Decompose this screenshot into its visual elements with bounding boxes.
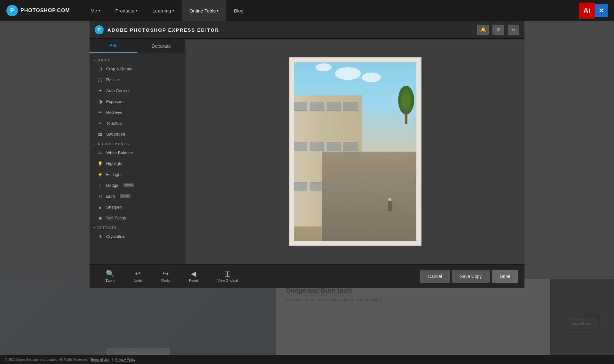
redo-button[interactable]: ↪ Redo bbox=[152, 265, 179, 289]
tool-crystallize[interactable]: ❄ Crystallize bbox=[90, 231, 185, 242]
reset-icon: ◀ bbox=[191, 270, 196, 277]
redo-icon: ↪ bbox=[163, 270, 169, 277]
zoom-label: Zoom bbox=[106, 279, 114, 282]
undo-icon: ↩ bbox=[135, 270, 141, 277]
editor-title: ADOBE PHOTOSHOP EXPRESS EDITOR bbox=[107, 27, 473, 33]
save-copy-button[interactable]: Save Copy bbox=[452, 270, 489, 283]
tool-exposure[interactable]: ◑ Exposure bbox=[90, 96, 185, 107]
bell-button[interactable]: 🔔 bbox=[477, 25, 489, 35]
auto-correct-icon: ✦ bbox=[97, 88, 103, 93]
dodge-beta-badge: BETA bbox=[123, 183, 134, 187]
tool-label-soft-focus: Soft Focus bbox=[106, 216, 126, 220]
photoshop-logo-icon: P bbox=[6, 5, 18, 16]
dodge-icon: ○ bbox=[97, 182, 103, 188]
burn-beta-badge: BETA bbox=[120, 194, 130, 198]
window bbox=[310, 142, 324, 151]
nav-arrow-learning: ▾ bbox=[172, 9, 174, 12]
window bbox=[310, 102, 324, 111]
top-nav: P PHOTOSHOP.COM Me ▾ Products ▾ Learning… bbox=[0, 0, 614, 21]
undo-button[interactable]: ↩ Undo bbox=[124, 265, 152, 289]
footer-separator: | bbox=[112, 358, 113, 361]
footer: © 2010 Adobe Systems Incorporated. All R… bbox=[0, 355, 614, 364]
view-original-button[interactable]: ◫ View Original bbox=[208, 265, 248, 289]
white-balance-icon: ⚖ bbox=[97, 150, 103, 155]
window bbox=[327, 142, 341, 151]
tree-foliage bbox=[398, 86, 414, 115]
effects-arrow-icon: ▾ bbox=[93, 226, 95, 230]
site-name: PHOTOSHOP.COM bbox=[20, 8, 70, 13]
cancel-button[interactable]: Cancel bbox=[420, 270, 450, 283]
tool-saturation[interactable]: ▦ Saturation bbox=[90, 129, 185, 139]
window bbox=[327, 102, 341, 111]
tool-burn[interactable]: ◎ Burn BETA bbox=[90, 191, 185, 202]
editor: P ADOBE PHOTOSHOP EXPRESS EDITOR 🔔 ⚙ ▪▪ … bbox=[90, 21, 524, 288]
tool-label-crop-rotate: Crop & Rotate bbox=[106, 67, 132, 71]
nav-item-learning[interactable]: Learning ▾ bbox=[145, 0, 182, 21]
nav-items: Me ▾ Products ▾ Learning ▾ Online Tools … bbox=[83, 0, 579, 21]
red-eye-icon: 👁 bbox=[97, 109, 103, 115]
tool-label-crystallize: Crystallize bbox=[106, 234, 125, 239]
nav-label-online-tools: Online Tools bbox=[189, 8, 216, 13]
sharpen-icon: ▲ bbox=[97, 204, 103, 210]
terms-link[interactable]: Terms of Use bbox=[91, 358, 109, 361]
adobe-logo: Ai bbox=[579, 3, 595, 19]
road bbox=[322, 152, 421, 245]
window bbox=[343, 142, 358, 151]
tool-auto-correct[interactable]: ✦ Auto Correct bbox=[90, 85, 185, 96]
privacy-link[interactable]: Privacy Policy bbox=[115, 358, 135, 361]
nav-item-products[interactable]: Products ▾ bbox=[108, 0, 145, 21]
resize-icon: ⬚ bbox=[97, 77, 103, 83]
zoom-tool-button[interactable]: 🔍 Zoom bbox=[96, 265, 124, 289]
tool-label-burn: Burn bbox=[106, 194, 115, 199]
view-original-icon: ◫ bbox=[224, 270, 231, 277]
reset-label: Reset bbox=[189, 279, 198, 282]
canvas-area bbox=[185, 39, 524, 264]
tab-decorate[interactable]: Decorate bbox=[138, 39, 185, 53]
tool-soft-focus[interactable]: ◉ Soft Focus bbox=[90, 212, 185, 223]
tab-edit[interactable]: Edit bbox=[90, 39, 138, 53]
cloud-3 bbox=[316, 63, 332, 71]
nav-item-online-tools[interactable]: Online Tools ▾ bbox=[182, 0, 226, 21]
exposure-icon: ◑ bbox=[97, 99, 103, 104]
nav-label-learning: Learning bbox=[153, 8, 171, 13]
tool-label-touchup: Touchup bbox=[106, 121, 122, 126]
section-effects[interactable]: ▾ EFFECTS bbox=[90, 223, 185, 231]
tool-resize[interactable]: ⬚ Resize bbox=[90, 74, 185, 85]
section-adjustments[interactable]: ▾ ADJUSTMENTS bbox=[90, 139, 185, 147]
tool-highlight[interactable]: 💡 Highlight bbox=[90, 158, 185, 169]
window bbox=[293, 102, 307, 111]
tool-dodge[interactable]: ○ Dodge BETA bbox=[90, 180, 185, 191]
tool-white-balance[interactable]: ⚖ White Balance bbox=[90, 147, 185, 158]
layout-button[interactable]: ▪▪ bbox=[508, 25, 519, 35]
tool-label-auto-correct: Auto Correct bbox=[106, 88, 130, 93]
soft-focus-icon: ◉ bbox=[97, 215, 103, 221]
photo-background bbox=[289, 58, 421, 245]
tool-label-dodge: Dodge bbox=[106, 183, 118, 188]
nav-label-products: Products bbox=[115, 8, 134, 13]
window bbox=[343, 102, 358, 111]
tool-sharpen[interactable]: ▲ Sharpen bbox=[90, 202, 185, 212]
nav-item-blog[interactable]: Blog bbox=[226, 0, 251, 21]
tool-label-white-balance: White Balance bbox=[106, 150, 133, 155]
tool-fill-light[interactable]: ⚡ Fill Light bbox=[90, 169, 185, 180]
reset-button[interactable]: ◀ Reset bbox=[179, 265, 208, 289]
nav-item-me[interactable]: Me ▾ bbox=[83, 0, 108, 21]
section-basic[interactable]: ▾ BASIC bbox=[90, 56, 185, 63]
tool-crop-rotate[interactable]: ⊡ Crop & Rotate bbox=[90, 63, 185, 74]
editor-ps-letter: P bbox=[98, 27, 100, 32]
zoom-icon: 🔍 bbox=[106, 270, 114, 277]
view-original-label: View Original bbox=[217, 279, 238, 282]
fill-light-icon: ⚡ bbox=[97, 171, 103, 177]
saturation-icon: ▦ bbox=[97, 131, 103, 137]
tool-label-red-eye: Red-Eye bbox=[106, 110, 122, 115]
editor-ps-logo: P bbox=[95, 25, 104, 34]
person-silhouette bbox=[388, 201, 392, 211]
tool-red-eye[interactable]: 👁 Red-Eye bbox=[90, 107, 185, 118]
nav-label-blog: Blog bbox=[234, 8, 243, 13]
done-button[interactable]: Done bbox=[492, 270, 518, 283]
close-button[interactable]: ✕ bbox=[595, 4, 608, 17]
window bbox=[293, 142, 307, 151]
settings-button[interactable]: ⚙ bbox=[492, 25, 504, 35]
tool-touchup[interactable]: ✏ Touchup bbox=[90, 118, 185, 129]
crop-icon: ⊡ bbox=[97, 66, 103, 72]
